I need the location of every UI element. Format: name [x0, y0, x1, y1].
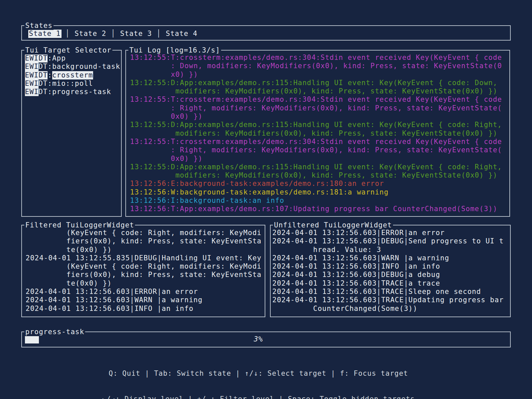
log-line: 13:12:56:T:App:examples/demo.rs:107:Upda…: [130, 205, 509, 213]
unfiltered-logger-title: Unfiltered TuiLoggerWidget: [273, 221, 393, 229]
log-row: 2024-04-01 13:12:56.603|INFO |an info: [272, 262, 510, 271]
help-line-1: Q: Quit | Tab: Switch state | ↑/↓: Selec…: [21, 369, 495, 378]
help-text: Q: Quit | Tab: Switch state | ↑/↓: Selec…: [21, 352, 511, 399]
states-tab-bar: State 1│State 2│State 3│State 4: [22, 26, 510, 38]
log-row: (KeyEvent { code: Right, modifiers: KeyM…: [26, 229, 265, 237]
log-line: 0x0) }): [130, 155, 509, 163]
log-row: 2024-04-01 13:12:56.603|WARN |a warning: [272, 254, 510, 262]
target-selector-panel: Tui Target Selector EWIDT:App EWIDT:back…: [21, 50, 122, 217]
tui-log-title: Tui Log [log=16.3/s]: [128, 46, 221, 55]
target-name: App: [52, 54, 66, 62]
target-name-selected: crossterm: [52, 71, 93, 79]
level-flags-enabled: EWI: [25, 79, 39, 88]
target-row-crossterm[interactable]: EWIDT:crossterm: [25, 71, 121, 79]
states-panel: States State 1│State 2│State 3│State 4: [21, 25, 511, 41]
target-colon: :: [48, 79, 52, 87]
log-row: fiers(0x0), kind: Press, state: KeyEvent…: [26, 271, 265, 279]
help-line-2: ←/→: Display level | +/-: Filter level |…: [21, 395, 495, 399]
filtered-logger-lines: (KeyEvent { code: Right, modifiers: KeyM…: [22, 225, 265, 313]
target-colon: :: [48, 63, 52, 70]
target-name: background-task: [52, 63, 120, 70]
log-row: 2024-04-01 13:12:56.603|DEBUG|Send progr…: [272, 237, 510, 245]
level-flags-enabled: EWIDT: [25, 71, 48, 79]
filtered-logger-title: Filtered TuiLoggerWidget: [24, 221, 135, 229]
log-line: 13:12:55:T:crossterm:examples/demo.rs:30…: [130, 54, 509, 62]
target-row-background-task[interactable]: EWIDT:background-task: [25, 63, 121, 71]
log-line: x0) }): [130, 70, 509, 79]
log-row: (KeyEvent { code: Right, modifiers: KeyM…: [26, 262, 265, 271]
terminal-screen: States State 1│State 2│State 3│State 4 T…: [0, 0, 532, 399]
target-colon: :: [48, 71, 52, 79]
log-row: CounterChanged(Some(3)): [272, 305, 510, 313]
level-flags-disabled: DT: [39, 88, 48, 96]
target-list: EWIDT:App EWIDT:background-task EWIDT:cr…: [22, 51, 121, 96]
log-line: 13:12:55:D:App:examples/demo.rs:115:Hand…: [130, 79, 509, 87]
log-row: 2024-04-01 13:12:56.603|WARN |a warning: [26, 296, 265, 304]
log-row: te(0x0) }): [26, 279, 265, 288]
target-name: mio::poll: [52, 79, 93, 87]
level-flags-enabled: EWI: [25, 63, 39, 71]
target-colon: :: [48, 54, 52, 62]
log-row: 2024-04-01 13:12:56.603|ERROR|an error: [26, 288, 265, 296]
tab-state-4[interactable]: State 4: [165, 30, 199, 38]
log-line: 13:12:55:T:crossterm:examples/demo.rs:30…: [130, 95, 509, 104]
log-line: modifiers: KeyModifiers(0x0), kind: Pres…: [130, 171, 509, 180]
log-row: fiers(0x0), kind: Press, state: KeyEvent…: [26, 237, 265, 245]
log-row: te(0x0) }): [26, 246, 265, 254]
tab-separator: │: [111, 30, 116, 38]
unfiltered-logger-lines: 2024-04-01 13:12:56.603|ERROR|an error 2…: [271, 225, 510, 313]
target-row-mio-poll[interactable]: EWIDT:mio::poll: [25, 79, 121, 88]
log-row: 2024-04-01 13:12:56.603|TRACE|Sleep one …: [272, 288, 510, 296]
log-line: : Down, modifiers: KeyModifiers(0x0), ki…: [130, 62, 509, 70]
target-row-progress-task[interactable]: EWIDT:progress-task: [25, 88, 121, 96]
progress-panel-title: progress-task: [24, 328, 85, 336]
log-line: 13:12:56:E:background-task:examples/demo…: [130, 180, 509, 188]
tui-log-panel: Tui Log [log=16.3/s] 13:12:55:T:crosster…: [125, 50, 510, 217]
log-line: : Right, modifiers: KeyModifiers(0x0), k…: [130, 104, 509, 112]
level-flags-enabled: EWIDT: [25, 54, 48, 63]
log-line: : Right, modifiers: KeyModifiers(0x0), k…: [130, 146, 509, 154]
unfiltered-logger-panel: Unfiltered TuiLoggerWidget 2024-04-01 13…: [270, 225, 511, 317]
filtered-logger-panel: Filtered TuiLoggerWidget (KeyEvent { cod…: [21, 225, 265, 317]
tab-state-2[interactable]: State 2: [74, 30, 107, 38]
log-row: 2024-04-01 13:12:56.603|DEBUG|a debug: [272, 271, 510, 279]
target-name: progress-task: [52, 88, 111, 96]
log-row: 2024-04-01 13:12:56.603|TRACE|Updating p…: [272, 296, 510, 304]
log-line: 0x0) }): [130, 112, 509, 121]
states-panel-title: States: [24, 22, 54, 30]
target-row-app[interactable]: EWIDT:App: [25, 54, 121, 63]
log-line: 13:12:56:W:background-task:examples/demo…: [130, 188, 509, 197]
tab-separator: │: [66, 30, 70, 38]
log-row: 2024-04-01 13:12:56.603|TRACE|a trace: [272, 279, 510, 288]
log-line: modifiers: KeyModifiers(0x0), kind: Pres…: [130, 129, 509, 138]
log-line: 13:12:56:I:background-task:an info: [130, 197, 509, 205]
log-row: hread. Value: 3: [272, 246, 510, 254]
log-line: 13:12:55:T:crossterm:examples/demo.rs:30…: [130, 138, 509, 146]
tab-separator: │: [157, 30, 161, 38]
target-colon: :: [48, 88, 52, 96]
log-line: modifiers: KeyModifiers(0x0), kind: Pres…: [130, 87, 509, 95]
log-row: 2024-04-01 13:12:56.603|INFO |an info: [26, 305, 265, 313]
tui-log-lines: 13:12:55:T:crossterm:examples/demo.rs:30…: [126, 51, 509, 213]
level-flags-disabled: DT: [39, 79, 48, 87]
tab-state-3[interactable]: State 3: [119, 30, 153, 38]
log-line: 13:12:55:D:App:examples/demo.rs:115:Hand…: [130, 121, 509, 129]
log-row: 2024-04-01 13:12:56.603|ERROR|an error: [272, 229, 510, 237]
level-flags-enabled: EWI: [25, 88, 39, 96]
level-flags-disabled: DT: [39, 63, 48, 70]
log-row: 2024-04-01 13:12:55.835|DEBUG|Handling U…: [26, 254, 265, 262]
progress-panel: progress-task 3%: [21, 332, 511, 347]
target-selector-title: Tui Target Selector: [24, 46, 112, 55]
tab-state-1[interactable]: State 1: [28, 30, 62, 38]
gauge-percent-label: 3%: [22, 335, 495, 343]
log-line: 13:12:55:D:App:examples/demo.rs:115:Hand…: [130, 163, 509, 171]
